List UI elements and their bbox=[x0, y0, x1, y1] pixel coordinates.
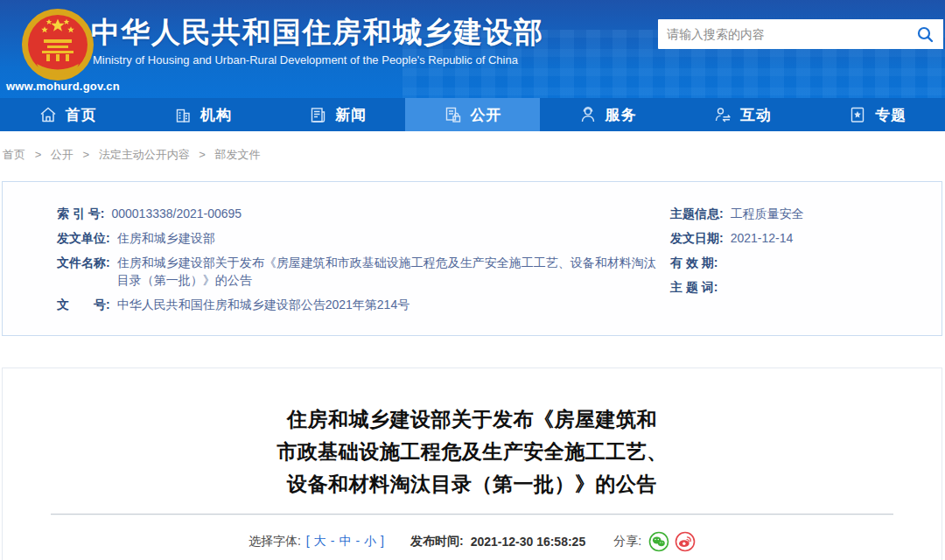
info-row-validity: 有 效 期: bbox=[670, 254, 933, 271]
main-nav: 首页 机构 新闻 公开 bbox=[0, 98, 945, 131]
bracket-close: ] bbox=[381, 534, 384, 550]
breadcrumb-disclosure[interactable]: 公开 bbox=[51, 148, 74, 161]
service-person-icon bbox=[578, 105, 598, 124]
search-button[interactable] bbox=[906, 19, 943, 49]
font-size-medium[interactable]: 中 bbox=[339, 534, 351, 550]
info-label: 文 号: bbox=[57, 296, 110, 313]
info-row-document-number: 文 号: 中华人民共和国住房和城乡建设部公告2021年第214号 bbox=[57, 296, 656, 313]
national-emblem-icon bbox=[18, 6, 98, 85]
nav-tab-news[interactable]: 新闻 bbox=[270, 98, 405, 131]
interaction-person-arrows-icon bbox=[713, 105, 732, 124]
nav-tab-label: 公开 bbox=[470, 105, 501, 125]
font-size-dash: - bbox=[355, 534, 360, 550]
site-header: www.mohurd.gov.cn 中华人民共和国住房和城乡建设部 Minist… bbox=[0, 0, 945, 98]
home-icon bbox=[38, 105, 58, 124]
search-box bbox=[658, 19, 943, 49]
breadcrumb-home[interactable]: 首页 bbox=[3, 148, 25, 161]
info-label: 索 引 号: bbox=[57, 205, 104, 222]
info-value: 住房和城乡建设部关于发布《房屋建筑和市政基础设施工程危及生产安全施工工艺、设备和… bbox=[117, 254, 656, 289]
page: www.mohurd.gov.cn 中华人民共和国住房和城乡建设部 Minist… bbox=[0, 0, 945, 560]
info-row-issuing-unit: 发文单位: 住房和城乡建设部 bbox=[57, 229, 656, 247]
breadcrumb-ministry-documents[interactable]: 部发文件 bbox=[215, 148, 261, 161]
font-size-dash: - bbox=[331, 534, 335, 550]
info-label: 发文日期: bbox=[670, 229, 724, 247]
info-label: 文件名称: bbox=[57, 254, 110, 271]
nav-tab-label: 首页 bbox=[66, 105, 97, 125]
site-title: 中华人民共和国住房和城乡建设部 bbox=[91, 13, 544, 52]
breadcrumb-statutory-content[interactable]: 法定主动公开内容 bbox=[99, 148, 190, 161]
title-divider bbox=[51, 514, 893, 515]
info-row-index-number: 索 引 号: 000013338/2021-00695 bbox=[57, 205, 656, 222]
site-url: www.mohurd.gov.cn bbox=[6, 80, 120, 93]
info-row-keywords: 主 题 词: bbox=[670, 278, 933, 296]
article-title-line: 住房和城乡建设部关于发布《房屋建筑和 bbox=[3, 403, 942, 436]
search-icon bbox=[916, 25, 934, 44]
document-lock-icon bbox=[443, 105, 462, 124]
star-badge-icon bbox=[848, 105, 867, 124]
search-input[interactable] bbox=[658, 19, 906, 49]
article-title-line: 设备和材料淘汰目录（第一批）》的公告 bbox=[3, 468, 942, 500]
nav-tab-label: 机构 bbox=[200, 105, 232, 125]
wechat-icon bbox=[648, 531, 669, 552]
nav-tab-label: 互动 bbox=[740, 105, 772, 125]
info-value: 工程质量安全 bbox=[731, 205, 804, 222]
breadcrumb-separator: > bbox=[82, 148, 89, 161]
publish-time-label: 发布时间: bbox=[410, 534, 464, 550]
info-row-issue-date: 发文日期: 2021-12-14 bbox=[670, 229, 933, 247]
news-icon bbox=[308, 105, 327, 124]
nav-tab-interaction[interactable]: 互动 bbox=[675, 98, 809, 131]
share-weibo-button[interactable] bbox=[675, 531, 696, 552]
font-size-selector: [ 大 - 中 - 小 ] bbox=[306, 534, 384, 550]
info-left-column: 索 引 号: 000013338/2021-00695 发文单位: 住房和城乡建… bbox=[57, 205, 656, 320]
nav-tab-organization[interactable]: 机构 bbox=[135, 98, 270, 131]
nav-tab-label: 专题 bbox=[875, 105, 906, 125]
nav-tab-label: 服务 bbox=[606, 105, 637, 125]
info-value: 2021-12-14 bbox=[731, 229, 794, 247]
article-title: 住房和城乡建设部关于发布《房屋建筑和 市政基础设施工程危及生产安全施工工艺、 设… bbox=[3, 368, 942, 500]
article-box: 住房和城乡建设部关于发布《房屋建筑和 市政基础设施工程危及生产安全施工工艺、 设… bbox=[2, 368, 942, 560]
org-building-icon bbox=[173, 105, 192, 124]
info-label: 主题信息: bbox=[670, 205, 724, 222]
share-wechat-button[interactable] bbox=[648, 531, 669, 552]
info-value: 中华人民共和国住房和城乡建设部公告2021年第214号 bbox=[117, 296, 410, 313]
breadcrumb: 首页 > 公开 > 法定主动公开内容 > 部发文件 bbox=[3, 147, 261, 163]
share-buttons bbox=[648, 531, 696, 552]
info-row-topic-info: 主题信息: 工程质量安全 bbox=[670, 205, 933, 222]
font-size-small[interactable]: 小 bbox=[364, 534, 376, 550]
nav-tab-label: 新闻 bbox=[335, 105, 367, 125]
info-label: 主 题 词: bbox=[670, 278, 718, 296]
breadcrumb-separator: > bbox=[35, 148, 42, 161]
info-label: 有 效 期: bbox=[670, 254, 718, 271]
weibo-icon bbox=[675, 531, 696, 552]
font-select-label: 选择字体: bbox=[248, 534, 301, 550]
nav-tab-home[interactable]: 首页 bbox=[0, 98, 135, 131]
info-row-document-name: 文件名称: 住房和城乡建设部关于发布《房屋建筑和市政基础设施工程危及生产安全施工… bbox=[57, 254, 656, 289]
nav-tab-topics[interactable]: 专题 bbox=[810, 98, 945, 131]
article-title-line: 市政基础设施工程危及生产安全施工工艺、 bbox=[3, 436, 942, 468]
article-meta-bar: 选择字体: [ 大 - 中 - 小 ] 发布时间: 2021-12-30 16:… bbox=[3, 531, 942, 552]
info-right-column: 主题信息: 工程质量安全 发文日期: 2021-12-14 有 效 期: 主 题… bbox=[670, 205, 933, 303]
info-value: 住房和城乡建设部 bbox=[117, 229, 215, 247]
site-subtitle-en: Ministry of Housing and Urban-Rural Deve… bbox=[93, 53, 518, 66]
font-size-large[interactable]: 大 bbox=[314, 534, 326, 550]
document-info-box: 索 引 号: 000013338/2021-00695 发文单位: 住房和城乡建… bbox=[2, 181, 942, 336]
info-label: 发文单位: bbox=[57, 229, 110, 247]
share-label: 分享: bbox=[613, 534, 641, 550]
breadcrumb-separator: > bbox=[199, 148, 206, 161]
bracket-open: [ bbox=[306, 534, 310, 550]
nav-tab-disclosure[interactable]: 公开 bbox=[405, 98, 540, 131]
nav-tab-services[interactable]: 服务 bbox=[540, 98, 675, 131]
info-value: 000013338/2021-00695 bbox=[111, 205, 242, 222]
publish-time-value: 2021-12-30 16:58:25 bbox=[471, 535, 586, 549]
